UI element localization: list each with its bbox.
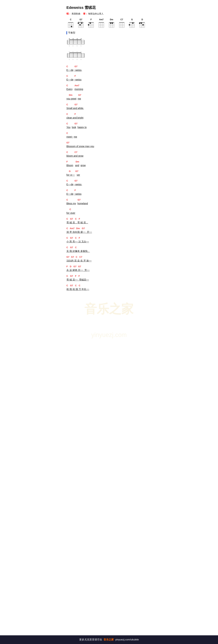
svg-point-8 (71, 26, 72, 27)
chord-label: C (66, 65, 68, 68)
chord-C: C (66, 18, 75, 28)
svg-point-49 (110, 22, 111, 24)
chord-label: G7 (78, 198, 80, 202)
lyric-block-20: C G7 C 见 我 好像有 多愉快。 (66, 246, 152, 253)
chord-label: G7 (66, 141, 69, 144)
lyric-block-9: G7 Blossom of snow may you (66, 141, 152, 148)
chord-label: C (75, 218, 77, 220)
svg-text:×: × (73, 38, 74, 40)
chord-label: C (75, 236, 77, 240)
chord-label: C (75, 284, 77, 287)
chord-label: G7 (74, 103, 77, 106)
lyric-block-1: C G7 E~~de ~weiss, (66, 65, 152, 72)
singer-value: 美国歌曲 (72, 12, 80, 15)
chord-label: G7 (74, 180, 77, 182)
lyric-block-4: Dm G7 you greet me (66, 94, 152, 100)
chord-label: Dm (76, 160, 79, 164)
chord-label: C (66, 236, 68, 240)
chord-label: C (76, 256, 77, 259)
chord-label: G7 (82, 227, 85, 230)
chord-label: F (75, 275, 77, 278)
lyric-block-8: C meet~ me (66, 132, 152, 139)
lyric-block-7: C G7 You look happy to (66, 122, 152, 129)
chord-label: F (79, 275, 80, 278)
chord-label: G (66, 170, 71, 173)
chord-label: Dm (76, 227, 80, 230)
lyric-block-2: C F E~~de ~weiss (66, 75, 152, 82)
chord-label: G7 (75, 170, 78, 173)
footer-highlight: 音乐之家 (104, 638, 114, 641)
svg-text:×: × (69, 38, 70, 40)
chord-label: Dm (66, 94, 72, 97)
lyric-block-11: F Dm Bloom and grow (66, 160, 152, 167)
chord-label: D (70, 265, 71, 268)
chord-diagrams-row: C G7 (66, 18, 152, 28)
chord-label: C7 (79, 256, 82, 259)
chord-label: C (79, 284, 80, 287)
svg-text:↑: ↑ (77, 51, 78, 53)
chord-label: G7 (73, 265, 76, 268)
svg-text:↓: ↓ (77, 58, 78, 60)
lyric-block-23: C G7 F F 雪 绒 花~~ 雪绒花~~ (66, 275, 152, 282)
svg-point-67 (129, 24, 130, 26)
chord-label: G7 (74, 65, 77, 68)
chord-label: G7 (70, 284, 73, 287)
svg-point-31 (90, 22, 91, 24)
chord-G7: G7 ① ② ③ (77, 18, 85, 28)
lyric-block-18: C Am7 Dm G7 清 早 你向我 盛~~ 开~~ (66, 227, 152, 234)
svg-text:②: ② (80, 21, 81, 22)
chord-label: G7 (78, 94, 81, 97)
chord-label: G7 (70, 275, 73, 278)
chord-label: C (66, 284, 68, 287)
footer-text-before: 更多尤克里里谱尽在 (79, 638, 103, 641)
svg-point-79 (142, 24, 144, 26)
chord-label: Am7 (74, 84, 79, 87)
svg-point-78 (141, 22, 142, 24)
chord-label: C7 (74, 151, 77, 154)
svg-text:↓: ↓ (73, 58, 73, 60)
lyric-block-5: C G7 Small and white, (66, 103, 152, 110)
lyric-block-12: G G7 for~e~~ ver (66, 170, 152, 177)
svg-point-19 (81, 22, 82, 24)
lyric-block-3: C Am7 Every morning (66, 84, 152, 91)
lyric-block-22: F D G7 G7 永 远 鲜艳 芬~~ 芳~~ (66, 265, 152, 272)
chord-label: F (66, 265, 68, 268)
lyric-block-24: C G7 C C 祝 我 祖 国 万 年长~~ (66, 284, 152, 291)
chord-label: C (66, 151, 68, 154)
svg-text:↓: ↓ (69, 58, 70, 60)
chord-label: F (79, 236, 80, 240)
arranger-label: 谱： (83, 12, 88, 15)
chord-label: F (74, 189, 76, 192)
lyric-block-21: G7 G7 C C7 洁白的 花 朵 在 开 放~~ (66, 256, 152, 262)
chord-label: C (66, 189, 68, 192)
chord-label: C (66, 227, 68, 230)
chord-G: G (128, 18, 136, 28)
svg-text:×: × (81, 38, 82, 40)
chord-label: F (66, 160, 68, 164)
lyric-block-17: C G7 C F 雪 绒 花，雪 绒 花， (66, 218, 152, 224)
chord-label: C (66, 208, 71, 211)
chord-label: C (66, 75, 68, 78)
chord-label: G7 (70, 236, 73, 240)
chord-label: C (66, 246, 68, 249)
lyric-block-19: C G7 C F 小 而 亮~~ 洁 又白~~ (66, 236, 152, 244)
chord-label: C (66, 132, 68, 135)
svg-text:↓: ↓ (73, 45, 73, 46)
svg-point-77 (139, 22, 140, 24)
chord-label: F (79, 218, 80, 220)
svg-text:↓: ↓ (81, 58, 81, 60)
lyric-block-6: C F clean and bright (66, 113, 152, 120)
rhythm-section: × × × × ↓ ↓ ↓ ↓ (66, 37, 152, 62)
svg-text:①: ① (78, 21, 79, 22)
chord-Dm: Dm (107, 18, 116, 28)
singer-label: 唱： (66, 12, 71, 15)
chord-label: G7 (78, 265, 81, 268)
svg-point-50 (112, 22, 113, 24)
svg-text:③: ③ (81, 21, 82, 22)
chord-label: F (74, 113, 76, 116)
svg-point-32 (88, 24, 89, 26)
svg-text:↓: ↓ (77, 45, 78, 46)
lyric-section: C G7 E~~de ~weiss, C F E~~de ~weiss (66, 65, 152, 291)
chord-label: G7 (74, 122, 77, 125)
section-bar (66, 31, 67, 34)
